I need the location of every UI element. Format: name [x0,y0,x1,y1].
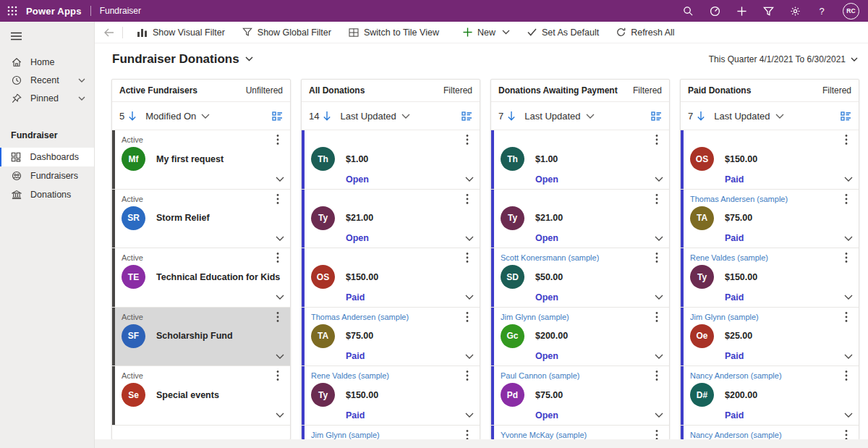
chevron-down-icon[interactable] [465,354,474,359]
card[interactable]: ActiveSeSpecial events [112,366,290,426]
chevron-down-icon[interactable] [78,96,85,101]
sidebar-item-dashboards[interactable]: Dashboards [0,148,94,166]
sort-direction-icon[interactable] [323,111,331,121]
donor-name-link[interactable]: Yvonne McKay (sample) [501,431,587,439]
payment-status-link[interactable]: Open [535,174,558,185]
show-visual-filter-button[interactable]: Show Visual Filter [129,22,234,43]
kebab-menu-icon[interactable] [838,193,854,206]
show-global-filter-button[interactable]: Show Global Filter [234,22,340,43]
waffle-menu-icon[interactable] [7,6,26,16]
filter-icon[interactable] [762,5,774,17]
card[interactable]: ActiveMfMy first request [112,130,290,190]
donor-name-link[interactable]: Rene Valdes (sample) [690,253,768,262]
donor-name-link[interactable]: Scott Konersmann (sample) [501,253,599,262]
panel-filter-state[interactable]: Filtered [822,85,851,96]
chevron-down-icon[interactable] [276,295,284,300]
payment-status-link[interactable]: Paid [346,351,365,361]
sort-direction-icon[interactable] [507,111,516,121]
donor-name-link[interactable]: Paul Cannon (sample) [501,371,579,380]
sidebar-item-fundraisers[interactable]: Fundraisers [0,166,94,185]
card-view-selector-icon[interactable] [461,111,472,121]
kebab-menu-icon[interactable] [649,310,665,324]
chevron-down-icon[interactable] [465,295,474,300]
user-avatar[interactable]: RC [843,3,859,20]
kebab-menu-icon[interactable] [459,428,475,440]
payment-status-link[interactable]: Paid [346,410,365,420]
kebab-menu-icon[interactable] [270,369,286,382]
kebab-menu-icon[interactable] [838,369,854,382]
payment-status-link[interactable]: Open [535,233,558,243]
donor-name-link[interactable]: Jim Glynn (sample) [311,431,380,439]
chevron-down-icon[interactable] [844,295,853,300]
refresh-all-button[interactable]: Refresh All [608,22,683,43]
chevron-down-icon[interactable] [276,354,284,359]
chevron-down-icon[interactable] [201,114,210,119]
card[interactable]: Nancy Anderson (sample)D#$200.00Paid [681,366,859,426]
sidebar-item-recent[interactable]: Recent [0,71,94,89]
payment-status-link[interactable]: Paid [725,351,744,361]
horizontal-scrollbar[interactable] [95,439,868,448]
chevron-down-icon[interactable] [502,30,510,35]
chevron-down-icon[interactable] [586,114,595,119]
quick-create-plus-icon[interactable] [736,5,747,17]
chevron-down-icon[interactable] [655,413,663,418]
payment-status-link[interactable]: Open [535,292,558,303]
switch-to-tile-view-button[interactable]: Switch to Tile View [340,22,454,43]
donor-name-link[interactable]: Rene Valdes (sample) [311,371,389,380]
app-name[interactable]: Fundraiser [100,6,141,16]
card[interactable]: OS$150.00Paid [681,130,859,190]
kebab-menu-icon[interactable] [838,251,854,264]
card[interactable]: Th$1.00Open [491,130,669,190]
card[interactable]: ActiveTETechnical Education for Kids [112,248,290,308]
kebab-menu-icon[interactable] [270,193,286,206]
card[interactable]: Ty$21.00Open [491,190,669,249]
kebab-menu-icon[interactable] [838,310,854,324]
chevron-down-icon[interactable] [844,177,853,182]
sort-field-selector[interactable]: Last Updated [714,111,770,122]
chevron-down-icon[interactable] [276,413,284,418]
card[interactable]: ActiveSRStorm Relief [112,190,290,249]
card[interactable]: Jim Glynn (sample)Gc$200.00Open [491,308,669,367]
kebab-menu-icon[interactable] [270,133,286,146]
kebab-menu-icon[interactable] [459,310,475,324]
chevron-down-icon[interactable] [655,177,663,182]
chevron-down-icon[interactable] [401,114,410,119]
payment-status-link[interactable]: Paid [725,292,744,303]
payment-status-link[interactable]: Open [346,233,369,243]
payment-status-link[interactable]: Open [346,174,369,185]
donor-name-link[interactable]: Nancy Anderson (sample) [690,371,782,380]
panel-filter-state[interactable]: Unfiltered [246,85,283,96]
card[interactable]: Paul Cannon (sample)Pd$75.00Open [491,366,669,426]
chevron-down-icon[interactable] [78,78,85,83]
card[interactable]: Scott Konersmann (sample)SD$50.00Open [491,248,669,308]
kebab-menu-icon[interactable] [459,193,475,206]
sort-direction-icon[interactable] [697,111,705,121]
kebab-menu-icon[interactable] [838,133,854,146]
payment-status-link[interactable]: Paid [725,174,744,185]
donor-name-link[interactable]: Thomas Andersen (sample) [690,195,788,203]
chevron-down-icon[interactable] [775,114,784,119]
payment-status-link[interactable]: Open [535,410,558,420]
chevron-down-icon[interactable] [844,236,853,241]
donor-name-link[interactable]: Nancy Anderson (sample) [690,431,782,439]
donor-name-link[interactable]: Jim Glynn (sample) [690,313,759,321]
chevron-down-icon[interactable] [844,354,853,359]
chevron-down-icon[interactable] [465,236,474,241]
card[interactable]: Rene Valdes (sample)Ty$150.00Paid [681,248,859,308]
settings-gear-icon[interactable] [789,5,801,17]
kebab-menu-icon[interactable] [838,428,854,440]
page-title[interactable]: Fundraiser Donations [112,52,253,67]
chevron-down-icon[interactable] [844,413,853,418]
search-icon[interactable] [682,5,694,17]
time-range-selector[interactable]: This Quarter 4/1/2021 To 6/30/2021 [709,54,858,64]
card-view-selector-icon[interactable] [272,111,283,121]
card[interactable]: Ty$21.00Open [302,190,480,249]
kebab-menu-icon[interactable] [649,193,665,206]
card[interactable]: Th$1.00Open [302,130,480,190]
sort-field-selector[interactable]: Modified On [145,111,196,122]
card-view-selector-icon[interactable] [841,111,851,121]
card[interactable]: Yvonne McKay (sample) [491,426,669,440]
sort-field-selector[interactable]: Last Updated [524,111,580,122]
chevron-down-icon[interactable] [465,413,474,418]
payment-status-link[interactable]: Paid [725,410,744,420]
